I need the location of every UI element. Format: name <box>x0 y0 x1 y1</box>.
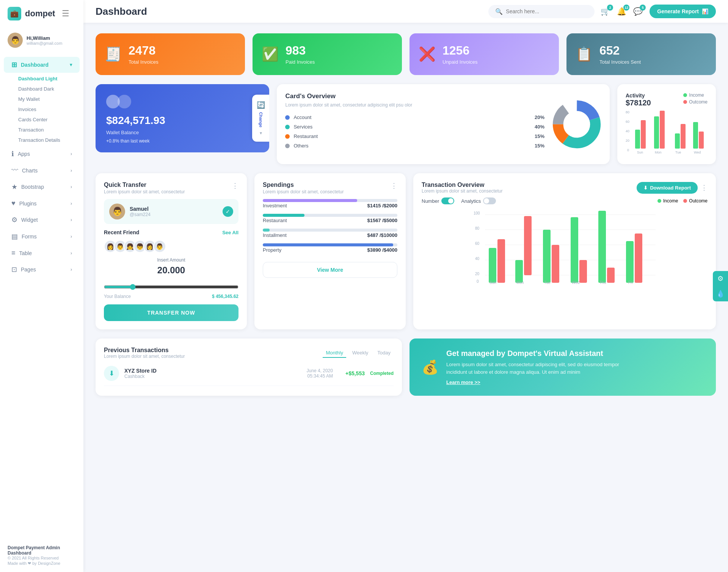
txn-type: Cashback <box>124 374 157 379</box>
restaurant-fill <box>263 214 304 217</box>
analytics-toggle-switch[interactable] <box>483 197 496 204</box>
spending-item-property: Property $3890 /$4000 <box>263 243 397 253</box>
txn-outcome-label: Outcome <box>689 198 708 204</box>
legend-value-account: 20% <box>535 114 544 120</box>
sub-nav-item-dashboard-light[interactable]: Dashboard Light <box>18 74 83 84</box>
sidebar-item-dashboard[interactable]: ⊞ Dashboard ▾ <box>4 57 80 73</box>
sidebar-item-widget[interactable]: ⚙ Widget › <box>4 212 80 228</box>
amount-section: Insert Amount 20.000 <box>104 257 238 276</box>
sidebar-item-bootstrap[interactable]: ★ Bootstrap › <box>4 179 80 195</box>
investment-fill <box>263 199 357 202</box>
legend-label: Restaurant <box>293 133 318 139</box>
view-more-button[interactable]: View More <box>263 262 397 278</box>
txn-overview-desc: Lorem ipsum dolor sit amet, consectetur <box>422 188 502 194</box>
stat-card-unpaid-invoices: ❌ 1256 Unpaid Invoices <box>410 33 559 75</box>
sidebar-item-plugins[interactable]: ♥ Plugins › <box>4 196 80 211</box>
svg-rect-10 <box>635 130 640 149</box>
legend-dot-account <box>285 115 290 120</box>
spending-item-installment: Installment $487 /$10000 <box>263 229 397 238</box>
amount-slider[interactable] <box>104 284 238 290</box>
spending-item-investment: Investment $1415 /$2000 <box>263 199 397 208</box>
search-icon: 🔍 <box>495 8 503 15</box>
download-label: Download Report <box>650 185 691 191</box>
outcome-legend: Outcome <box>683 99 708 105</box>
stat-card-paid-invoices: ✅ 983 Paid Invoices <box>253 33 402 75</box>
va-learn-more-link[interactable]: Learn more >> <box>446 379 636 385</box>
search-input[interactable] <box>506 8 588 14</box>
number-toggle-switch[interactable] <box>441 197 454 204</box>
sidebar-item-label: Charts <box>22 168 38 174</box>
legend-value-others: 15% <box>535 143 544 149</box>
sub-nav-item-transaction[interactable]: Transaction <box>18 125 83 135</box>
sidebar-item-apps[interactable]: ℹ Apps › <box>4 146 80 162</box>
txn-overview-dots-button[interactable]: ⋮ <box>701 183 708 192</box>
transfer-user: 👨 Samuel @sam224 ✓ <box>104 199 238 224</box>
svg-text:Wed: Wed <box>572 281 579 285</box>
avatar: 👨 <box>8 33 23 48</box>
spendings-title: Spendings <box>263 182 344 188</box>
transfer-user-handle: @sam224 <box>130 212 151 217</box>
sub-nav-item-cards-center[interactable]: Cards Center <box>18 114 83 125</box>
svg-rect-33 <box>489 248 496 283</box>
activity-bar-chart: 80 60 40 20 0 <box>626 109 709 154</box>
svg-text:0: 0 <box>477 279 479 284</box>
change-label: Change <box>259 112 263 127</box>
sidebar-item-table[interactable]: ≡ Table › <box>4 245 80 261</box>
restaurant-value: $1567 /$5000 <box>367 218 397 223</box>
tab-today[interactable]: Today <box>374 348 394 358</box>
bell-icon-badge[interactable]: 🔔 12 <box>617 7 626 16</box>
transfer-amount-value: 20.000 <box>104 265 238 276</box>
spendings-dots-button[interactable]: ⋮ <box>391 182 397 190</box>
txn-date: June 4, 2020 05:34:45 AM <box>307 368 333 379</box>
svg-text:Wed: Wed <box>694 150 701 154</box>
tab-monthly[interactable]: Monthly <box>323 348 346 358</box>
analytics-toggle: Analytics <box>461 197 496 204</box>
va-banner: 💰 Get managed by Dompet's Virtual Assist… <box>410 338 716 396</box>
svg-text:20: 20 <box>626 139 629 143</box>
chat-icon-badge[interactable]: 💬 5 <box>633 7 643 16</box>
tab-weekly[interactable]: Weekly <box>349 348 371 358</box>
svg-text:Tue: Tue <box>544 281 551 285</box>
wallet-card-wrap: $824,571.93 Wallet Balance +0.8% than la… <box>96 84 269 164</box>
transfer-now-button[interactable]: TRANSFER NOW <box>104 304 238 321</box>
sub-nav-item-transaction-details[interactable]: Transaction Details <box>18 135 83 145</box>
friends-avatars: 👩 👨 👧 👦 👩 👨 <box>104 240 238 253</box>
chevron-down-icon: ▾ <box>260 130 262 136</box>
stat-card-total-invoices: 🧾 2478 Total Invoices <box>96 33 245 75</box>
va-text: Lorem ipsum dolor sit amet, consectetur … <box>446 361 636 376</box>
spending-item-restaurant: Restaurant $1567 /$5000 <box>263 214 397 223</box>
svg-text:Tue: Tue <box>675 150 681 154</box>
va-title: Get managed by Dompet's Virtual Assistan… <box>446 349 636 358</box>
download-report-button[interactable]: ⬇ Download Report <box>637 182 698 194</box>
quick-transfer-card: Quick Transfer Lorem ipsum dolor sit ame… <box>96 173 247 329</box>
sub-nav-item-invoices[interactable]: Invoices <box>18 104 83 114</box>
settings-float-button[interactable]: ⚙ <box>713 271 728 286</box>
sub-nav-item-my-wallet[interactable]: My Wallet <box>18 94 83 104</box>
legend-label: Others <box>293 143 308 149</box>
legend-value-restaurant: 15% <box>535 133 544 139</box>
user-email: william@gmail.com <box>27 41 62 45</box>
stat-card-total-sent: 📋 652 Total Invoices Sent <box>566 33 716 75</box>
cart-icon-badge[interactable]: 🛒 2 <box>601 7 610 16</box>
activity-card: Activity $78120 Income Outcome <box>617 84 716 164</box>
cart-badge: 2 <box>607 5 613 11</box>
hamburger-icon[interactable]: ☰ <box>62 9 69 19</box>
txn-overview-header: Transaction Overview Lorem ipsum dolor s… <box>422 182 708 194</box>
water-drop-float-button[interactable]: 💧 <box>713 286 728 301</box>
pie-chart-wrap <box>552 92 601 156</box>
generate-report-button[interactable]: Generate Report 📊 <box>650 5 716 18</box>
sidebar-item-forms[interactable]: ▤ Forms › <box>4 229 80 244</box>
change-button[interactable]: 🔄 Change ▾ <box>252 95 269 142</box>
sidebar-item-charts[interactable]: 〰 Charts › <box>4 163 80 178</box>
last-row: Previous Transactions Lorem ipsum dolor … <box>96 338 716 396</box>
dashboard-sub-nav: Dashboard Light Dashboard Dark My Wallet… <box>0 74 83 145</box>
sub-nav-item-dashboard-dark[interactable]: Dashboard Dark <box>18 84 83 94</box>
sent-icon: 📋 <box>576 46 593 62</box>
transfer-check-icon[interactable]: ✓ <box>223 206 233 217</box>
friends-row: Recent Friend See All <box>104 229 238 235</box>
svg-rect-36 <box>524 216 532 275</box>
forms-icon: ▤ <box>11 232 18 241</box>
quick-transfer-dots-button[interactable]: ⋮ <box>232 182 238 190</box>
see-all-button[interactable]: See All <box>222 230 238 235</box>
sidebar-item-pages[interactable]: ⊡ Pages › <box>4 262 80 277</box>
